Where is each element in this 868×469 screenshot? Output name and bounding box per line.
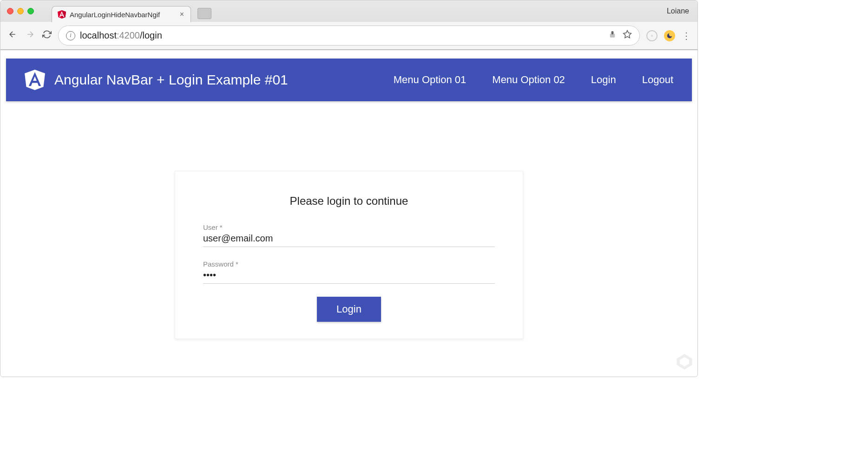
login-card: Please login to continue User * Password… (175, 171, 523, 339)
navbar-menu-item-option1[interactable]: Menu Option 01 (394, 74, 467, 86)
watermark-icon (675, 352, 694, 373)
svg-marker-3 (624, 31, 631, 38)
window-maximize-icon[interactable] (27, 8, 34, 14)
bookmark-star-icon[interactable] (623, 30, 632, 41)
toolbar-extension-icons: ⋮ (646, 30, 691, 41)
navbar-title: Angular NavBar + Login Example #01 (54, 72, 288, 88)
navbar-menu-item-login[interactable]: Login (591, 74, 616, 86)
svg-rect-2 (612, 31, 613, 34)
browser-tab[interactable]: AngularLoginHideNavbarNgif × (52, 6, 191, 22)
window-close-icon[interactable] (7, 8, 13, 14)
app-navbar: Angular NavBar + Login Example #01 Menu … (6, 59, 692, 101)
url-text: localhost:4200/login (80, 30, 162, 41)
tab-title: AngularLoginHideNavbarNgif (70, 11, 160, 19)
user-input[interactable] (203, 233, 495, 244)
login-button[interactable]: Login (317, 297, 381, 322)
address-bar[interactable]: i localhost:4200/login (58, 26, 640, 46)
chrome-profile-name[interactable]: Loiane (667, 7, 689, 15)
navbar-menu: Menu Option 01 Menu Option 02 Login Logo… (394, 74, 673, 86)
angular-logo-icon (25, 69, 45, 91)
browser-toolbar: i localhost:4200/login ⋮ (0, 22, 697, 50)
forward-button[interactable] (25, 30, 36, 42)
window-minimize-icon[interactable] (17, 8, 24, 14)
tab-close-icon[interactable]: × (180, 10, 184, 19)
url-path: /login (140, 30, 162, 40)
svg-point-4 (651, 35, 653, 36)
back-button[interactable] (7, 30, 18, 42)
password-field: Password * (203, 260, 495, 284)
password-label: Password * (203, 260, 495, 268)
save-password-icon[interactable] (609, 31, 616, 40)
extension-target-icon[interactable] (646, 30, 658, 41)
login-heading: Please login to continue (203, 195, 495, 208)
reload-button[interactable] (42, 30, 52, 41)
navbar-menu-item-option2[interactable]: Menu Option 02 (492, 74, 565, 86)
navbar-menu-item-logout[interactable]: Logout (642, 74, 673, 86)
extension-moon-icon[interactable] (664, 30, 675, 41)
angular-favicon-icon (58, 10, 66, 19)
user-field: User * (203, 223, 495, 247)
address-bar-icons (609, 30, 632, 41)
url-host: localhost (80, 30, 117, 40)
tab-bar: AngularLoginHideNavbarNgif × Loiane (0, 0, 697, 22)
url-port: :4200 (117, 30, 140, 40)
chrome-menu-icon[interactable]: ⋮ (682, 30, 691, 41)
new-tab-button[interactable] (197, 8, 211, 19)
browser-chrome: AngularLoginHideNavbarNgif × Loiane i lo… (0, 0, 697, 50)
window-controls (7, 8, 34, 14)
user-label: User * (203, 223, 495, 231)
password-input[interactable] (203, 270, 495, 280)
site-info-icon[interactable]: i (66, 31, 75, 40)
